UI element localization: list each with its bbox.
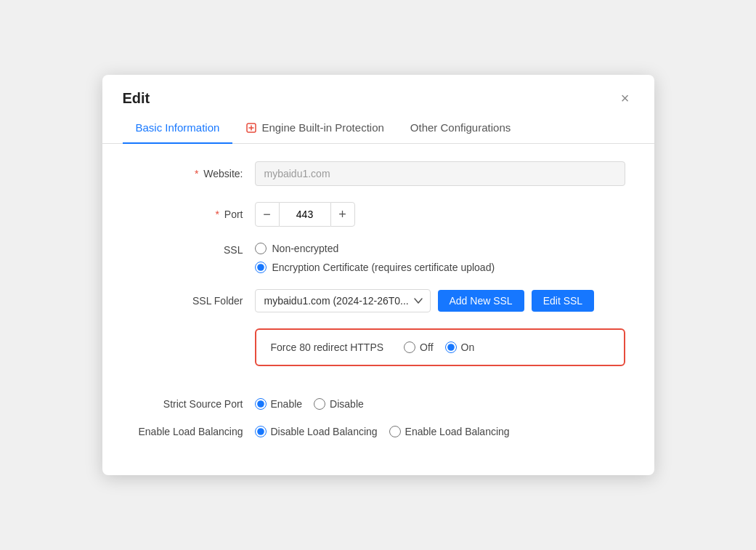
tab-other-configurations-label: Other Configurations [410,121,511,134]
port-controls: − + [255,202,355,227]
ssl-label: SSL [131,243,255,256]
lb-enable-radio[interactable] [389,426,401,437]
ssl-non-encrypted-option: Non-encrypted [255,243,495,254]
lb-disable-label: Disable Load Balancing [271,426,378,437]
ssl-row: SSL Non-encrypted Encryption Certificate… [131,243,625,273]
strict-port-disable-radio[interactable] [314,398,325,410]
tab-bar: Basic Information Engine Built-in Protec… [102,114,654,144]
port-increment-button[interactable]: + [330,202,355,227]
load-balancing-row: Enable Load Balancing Disable Load Balan… [131,426,625,437]
modal-header: Edit × [102,75,654,107]
ssl-folder-label: SSL Folder [131,295,255,307]
lb-enable-label: Enable Load Balancing [405,426,510,437]
lb-disable-radio[interactable] [255,426,267,437]
ssl-encryption-cert-radio[interactable] [255,262,267,273]
force-https-on-option: On [445,341,475,353]
tab-basic-information-label: Basic Information [136,121,220,134]
ssl-folder-select[interactable]: mybaidu1.com (2024-12-26T0... [255,289,431,312]
tab-engine-protection-label: Engine Built-in Protection [261,121,383,134]
port-input[interactable] [280,202,330,227]
port-required-star: * [215,209,219,220]
port-decrement-button[interactable]: − [255,202,280,227]
load-balancing-options: Disable Load Balancing Enable Load Balan… [255,426,510,437]
force-https-off-option: Off [404,341,433,353]
strict-source-port-options: Enable Disable [255,398,364,410]
website-input[interactable] [255,161,625,186]
ssl-encryption-cert-label: Encryption Certificate (requires certifi… [272,262,495,273]
website-label: * Website: [131,168,255,179]
load-balancing-label: Enable Load Balancing [131,426,255,437]
ssl-non-encrypted-radio[interactable] [255,243,267,254]
edit-ssl-button[interactable]: Edit SSL [532,290,594,312]
modal-body: * Website: * Port − + SSL [102,144,654,475]
port-row: * Port − + [131,202,625,227]
ssl-encryption-cert-option: Encryption Certificate (requires certifi… [255,262,495,273]
ssl-options: Non-encrypted Encryption Certificate (re… [255,243,495,273]
port-label: * Port [131,209,255,220]
strict-port-enable-radio[interactable] [255,398,267,410]
force-https-options: Off On [404,341,474,353]
force-https-on-radio[interactable] [445,341,457,353]
strict-port-enable-option: Enable [255,398,303,410]
strict-port-enable-label: Enable [271,398,303,410]
website-required-star: * [195,168,198,179]
force-https-row: Force 80 redirect HTTPS Off On [255,328,625,366]
force-https-on-label: On [461,341,475,353]
ssl-folder-row: SSL Folder mybaidu1.com (2024-12-26T0...… [131,289,625,312]
force-https-wrapper: Force 80 redirect HTTPS Off On [131,328,625,382]
force-https-off-label: Off [420,341,433,353]
close-button[interactable]: × [617,89,634,107]
add-new-ssl-button[interactable]: Add New SSL [438,290,524,312]
strict-source-port-label: Strict Source Port [131,398,255,410]
modal-title: Edit [123,90,150,107]
engine-icon [245,122,257,134]
strict-port-disable-option: Disable [314,398,364,410]
ssl-folder-controls: mybaidu1.com (2024-12-26T0... Add New SS… [255,289,595,312]
force-https-off-radio[interactable] [404,341,415,353]
strict-source-port-row: Strict Source Port Enable Disable [131,398,625,410]
strict-port-disable-label: Disable [330,398,364,410]
website-row: * Website: [131,161,625,186]
lb-disable-option: Disable Load Balancing [255,426,378,437]
ssl-non-encrypted-label: Non-encrypted [272,243,339,254]
lb-enable-option: Enable Load Balancing [389,426,510,437]
edit-modal: Edit × Basic Information Engine Built-in… [102,75,654,475]
tab-other-configurations[interactable]: Other Configurations [397,114,524,144]
tab-basic-information[interactable]: Basic Information [123,114,233,144]
tab-engine-protection[interactable]: Engine Built-in Protection [232,114,397,144]
force-https-label: Force 80 redirect HTTPS [271,341,384,353]
